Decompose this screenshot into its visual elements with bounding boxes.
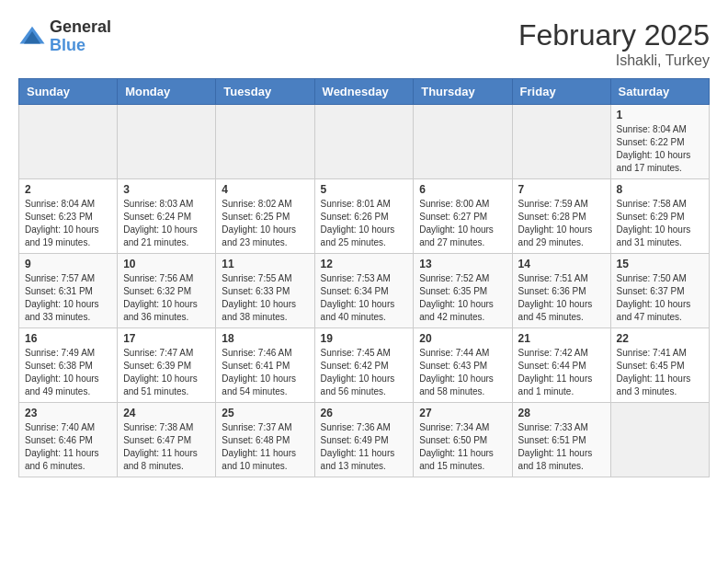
calendar-cell: 14Sunrise: 7:51 AM Sunset: 6:36 PM Dayli… — [512, 254, 610, 328]
day-info: Sunrise: 7:59 AM Sunset: 6:28 PM Dayligh… — [518, 198, 605, 249]
day-number: 3 — [123, 183, 210, 196]
day-info: Sunrise: 7:49 AM Sunset: 6:38 PM Dayligh… — [25, 347, 111, 398]
day-info: Sunrise: 7:47 AM Sunset: 6:39 PM Dayligh… — [123, 347, 210, 398]
day-info: Sunrise: 7:50 AM Sunset: 6:37 PM Dayligh… — [617, 272, 703, 324]
day-number: 5 — [321, 183, 408, 196]
day-info: Sunrise: 7:42 AM Sunset: 6:44 PM Dayligh… — [518, 347, 605, 398]
day-number: 11 — [222, 258, 308, 270]
day-info: Sunrise: 7:36 AM Sunset: 6:49 PM Dayligh… — [321, 421, 408, 473]
calendar-cell: 3Sunrise: 8:03 AM Sunset: 6:24 PM Daylig… — [118, 179, 216, 254]
day-number: 23 — [25, 407, 111, 419]
day-number: 14 — [518, 258, 605, 270]
title-block: February 2025 Ishakli, Turkey — [518, 18, 710, 69]
day-number: 1 — [617, 109, 703, 121]
calendar-cell: 22Sunrise: 7:41 AM Sunset: 6:45 PM Dayli… — [610, 328, 709, 403]
day-info: Sunrise: 8:03 AM Sunset: 6:24 PM Dayligh… — [123, 198, 210, 249]
day-header-saturday: Saturday — [610, 79, 709, 105]
calendar-cell: 8Sunrise: 7:58 AM Sunset: 6:29 PM Daylig… — [610, 179, 709, 254]
day-number: 24 — [123, 407, 210, 419]
calendar-cell — [118, 105, 216, 179]
day-info: Sunrise: 7:51 AM Sunset: 6:36 PM Dayligh… — [518, 272, 605, 324]
day-info: Sunrise: 7:38 AM Sunset: 6:47 PM Dayligh… — [123, 421, 210, 473]
day-number: 21 — [518, 332, 605, 345]
calendar-cell: 18Sunrise: 7:46 AM Sunset: 6:41 PM Dayli… — [216, 328, 314, 403]
day-number: 28 — [518, 407, 605, 419]
day-info: Sunrise: 7:46 AM Sunset: 6:41 PM Dayligh… — [222, 347, 308, 398]
day-number: 9 — [25, 258, 111, 270]
month-title: February 2025 — [518, 18, 710, 52]
day-info: Sunrise: 8:04 AM Sunset: 6:23 PM Dayligh… — [25, 198, 111, 249]
day-number: 27 — [419, 407, 506, 419]
calendar-week-row: 16Sunrise: 7:49 AM Sunset: 6:38 PM Dayli… — [19, 328, 710, 403]
calendar-cell — [314, 105, 414, 179]
calendar-cell: 20Sunrise: 7:44 AM Sunset: 6:43 PM Dayli… — [414, 328, 512, 403]
location-title: Ishakli, Turkey — [518, 52, 710, 69]
day-header-tuesday: Tuesday — [216, 79, 314, 105]
day-number: 16 — [25, 332, 111, 345]
calendar-cell: 15Sunrise: 7:50 AM Sunset: 6:37 PM Dayli… — [610, 254, 709, 328]
calendar-week-row: 9Sunrise: 7:57 AM Sunset: 6:31 PM Daylig… — [19, 254, 710, 328]
calendar-cell: 12Sunrise: 7:53 AM Sunset: 6:34 PM Dayli… — [314, 254, 414, 328]
calendar-header-row: SundayMondayTuesdayWednesdayThursdayFrid… — [19, 79, 710, 105]
page-header: General Blue February 2025 Ishakli, Turk… — [18, 18, 710, 69]
day-number: 17 — [123, 332, 210, 345]
day-number: 25 — [222, 407, 308, 419]
day-number: 12 — [321, 258, 408, 270]
calendar-cell: 25Sunrise: 7:37 AM Sunset: 6:48 PM Dayli… — [216, 403, 314, 477]
day-header-wednesday: Wednesday — [314, 79, 414, 105]
day-info: Sunrise: 7:34 AM Sunset: 6:50 PM Dayligh… — [419, 421, 506, 473]
day-header-thursday: Thursday — [414, 79, 512, 105]
day-number: 15 — [617, 258, 703, 270]
calendar-cell: 23Sunrise: 7:40 AM Sunset: 6:46 PM Dayli… — [19, 403, 118, 477]
day-info: Sunrise: 8:04 AM Sunset: 6:22 PM Dayligh… — [617, 123, 703, 175]
day-header-friday: Friday — [512, 79, 610, 105]
day-info: Sunrise: 8:02 AM Sunset: 6:25 PM Dayligh… — [222, 198, 308, 249]
calendar-cell — [216, 105, 314, 179]
day-info: Sunrise: 7:53 AM Sunset: 6:34 PM Dayligh… — [321, 272, 408, 324]
calendar-cell: 10Sunrise: 7:56 AM Sunset: 6:32 PM Dayli… — [118, 254, 216, 328]
day-number: 18 — [222, 332, 308, 345]
calendar-week-row: 23Sunrise: 7:40 AM Sunset: 6:46 PM Dayli… — [19, 403, 710, 477]
calendar-cell: 27Sunrise: 7:34 AM Sunset: 6:50 PM Dayli… — [414, 403, 512, 477]
calendar-cell — [19, 105, 118, 179]
day-number: 20 — [419, 332, 506, 345]
day-info: Sunrise: 7:45 AM Sunset: 6:42 PM Dayligh… — [321, 347, 408, 398]
calendar-cell: 21Sunrise: 7:42 AM Sunset: 6:44 PM Dayli… — [512, 328, 610, 403]
calendar-week-row: 2Sunrise: 8:04 AM Sunset: 6:23 PM Daylig… — [19, 179, 710, 254]
day-info: Sunrise: 7:58 AM Sunset: 6:29 PM Dayligh… — [617, 198, 703, 249]
day-info: Sunrise: 7:44 AM Sunset: 6:43 PM Dayligh… — [419, 347, 506, 398]
day-info: Sunrise: 7:55 AM Sunset: 6:33 PM Dayligh… — [222, 272, 308, 324]
calendar-cell: 5Sunrise: 8:01 AM Sunset: 6:26 PM Daylig… — [314, 179, 414, 254]
calendar-cell: 1Sunrise: 8:04 AM Sunset: 6:22 PM Daylig… — [610, 105, 709, 179]
calendar-cell: 4Sunrise: 8:02 AM Sunset: 6:25 PM Daylig… — [216, 179, 314, 254]
day-number: 26 — [321, 407, 408, 419]
calendar-cell: 28Sunrise: 7:33 AM Sunset: 6:51 PM Dayli… — [512, 403, 610, 477]
day-number: 19 — [321, 332, 408, 345]
calendar-cell: 16Sunrise: 7:49 AM Sunset: 6:38 PM Dayli… — [19, 328, 118, 403]
day-header-sunday: Sunday — [19, 79, 118, 105]
calendar-cell — [414, 105, 512, 179]
calendar-cell: 11Sunrise: 7:55 AM Sunset: 6:33 PM Dayli… — [216, 254, 314, 328]
logo: General Blue — [18, 18, 111, 55]
day-info: Sunrise: 7:56 AM Sunset: 6:32 PM Dayligh… — [123, 272, 210, 324]
calendar-week-row: 1Sunrise: 8:04 AM Sunset: 6:22 PM Daylig… — [19, 105, 710, 179]
calendar-cell: 13Sunrise: 7:52 AM Sunset: 6:35 PM Dayli… — [414, 254, 512, 328]
day-number: 8 — [617, 183, 703, 196]
day-info: Sunrise: 7:40 AM Sunset: 6:46 PM Dayligh… — [25, 421, 111, 473]
calendar-cell: 19Sunrise: 7:45 AM Sunset: 6:42 PM Dayli… — [314, 328, 414, 403]
day-number: 22 — [617, 332, 703, 345]
calendar-table: SundayMondayTuesdayWednesdayThursdayFrid… — [18, 78, 710, 477]
calendar-cell: 24Sunrise: 7:38 AM Sunset: 6:47 PM Dayli… — [118, 403, 216, 477]
day-number: 13 — [419, 258, 506, 270]
calendar-cell: 6Sunrise: 8:00 AM Sunset: 6:27 PM Daylig… — [414, 179, 512, 254]
calendar-cell: 17Sunrise: 7:47 AM Sunset: 6:39 PM Dayli… — [118, 328, 216, 403]
day-number: 6 — [419, 183, 506, 196]
day-info: Sunrise: 7:33 AM Sunset: 6:51 PM Dayligh… — [518, 421, 605, 473]
day-info: Sunrise: 7:37 AM Sunset: 6:48 PM Dayligh… — [222, 421, 308, 473]
day-info: Sunrise: 7:57 AM Sunset: 6:31 PM Dayligh… — [25, 272, 111, 324]
day-number: 2 — [25, 183, 111, 196]
calendar-cell: 26Sunrise: 7:36 AM Sunset: 6:49 PM Dayli… — [314, 403, 414, 477]
day-info: Sunrise: 8:01 AM Sunset: 6:26 PM Dayligh… — [321, 198, 408, 249]
calendar-cell: 2Sunrise: 8:04 AM Sunset: 6:23 PM Daylig… — [19, 179, 118, 254]
calendar-cell: 9Sunrise: 7:57 AM Sunset: 6:31 PM Daylig… — [19, 254, 118, 328]
